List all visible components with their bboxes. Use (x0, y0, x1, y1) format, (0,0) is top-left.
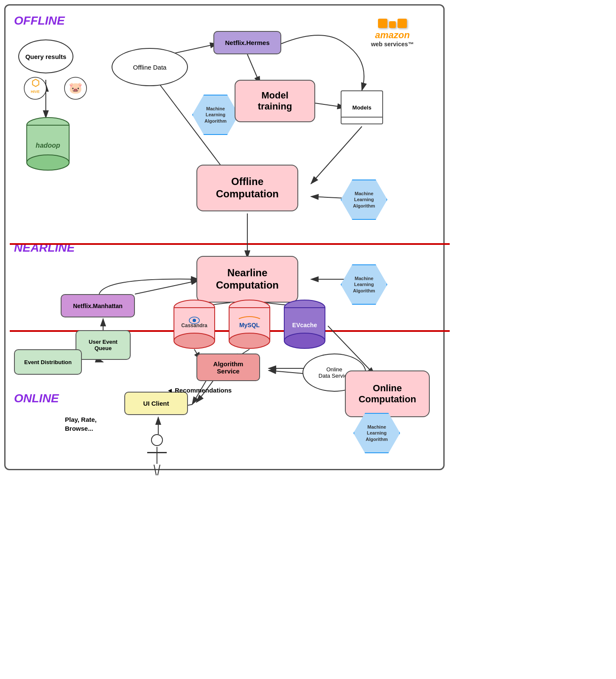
aws-box-3 (398, 19, 407, 28)
member-left-leg (154, 465, 157, 475)
amazon-text: amazon (375, 30, 410, 41)
webservices-text: web services™ (371, 41, 414, 48)
offline-data-node: Offline Data (112, 48, 188, 86)
cassandra-node: Cassandra (171, 298, 218, 349)
member-arms (147, 452, 167, 453)
svg-point-39 (174, 333, 215, 348)
hadoop-node: hadoop (22, 116, 73, 171)
svg-text:hadoop: hadoop (36, 142, 60, 149)
svg-line-24 (188, 404, 192, 405)
user-event-queue-node: User Event Queue (76, 330, 131, 360)
svg-text:🐷: 🐷 (69, 81, 83, 95)
online-label: ONLINE (14, 392, 59, 405)
play-rate-label: Play, Rate, Browse... (65, 415, 97, 433)
ml-algorithm-hex-3: Machine Learning Algorithm (341, 264, 387, 305)
models-node: Models (341, 90, 383, 124)
ml-algorithm-hex-2: Machine Learning Algorithm (341, 180, 387, 220)
svg-text:Cassandra: Cassandra (181, 323, 207, 328)
svg-text:HIVE: HIVE (31, 90, 39, 94)
svg-point-42 (193, 319, 196, 322)
ml-algorithm-hex-4: Machine Learning Algorithm (353, 413, 400, 453)
nearline-computation-node: NearlineComputation (196, 256, 298, 303)
aws-box-1 (378, 19, 387, 28)
query-results-node: Query results (18, 39, 73, 73)
member-right-leg (157, 465, 160, 475)
svg-text:EVcache: EVcache (292, 322, 317, 328)
svg-marker-1 (6, 6, 9, 8)
hive-pig-logos: ⬡ HIVE 🐷 (18, 71, 92, 105)
offline-computation-node: OfflineComputation (196, 165, 298, 211)
aws-logo: amazon web services™ (358, 16, 426, 50)
member-torso (157, 447, 157, 464)
member-legs (154, 465, 160, 475)
evcache-node: EVcache (281, 298, 328, 349)
pig-logo: 🐷 (59, 71, 92, 105)
offline-nearline-separator (10, 243, 450, 245)
svg-text:⬡: ⬡ (31, 78, 39, 88)
offline-label: OFFLINE (14, 14, 65, 28)
svg-marker-0 (6, 6, 10, 8)
aws-box-2 (389, 21, 396, 28)
svg-point-45 (229, 333, 270, 348)
netflix-manhattan-node: Netflix.Manhattan (61, 294, 135, 317)
netflix-hermes-node: Netflix.Hermes (213, 31, 281, 54)
svg-point-49 (284, 333, 325, 348)
event-distribution-node: Event Distribution (14, 349, 82, 375)
ui-client-node: UI Client (124, 392, 188, 415)
svg-line-12 (135, 281, 199, 294)
algorithm-service-node: Algorithm Service (196, 354, 260, 381)
member-figure: Member (146, 434, 168, 475)
recommendations-label: ◄ Recommendations (167, 387, 232, 394)
mysql-node: MySQL (226, 298, 273, 349)
ml-algorithm-hex-1: Machine Learning Algorithm (192, 95, 239, 135)
member-head (151, 434, 163, 446)
hive-logo: ⬡ HIVE (18, 71, 52, 105)
model-training-node: Modeltraining (235, 80, 315, 122)
svg-line-8 (311, 126, 362, 184)
svg-point-35 (27, 155, 69, 170)
svg-text:MySQL: MySQL (239, 322, 260, 328)
online-computation-node: OnlineComputation (345, 370, 430, 417)
